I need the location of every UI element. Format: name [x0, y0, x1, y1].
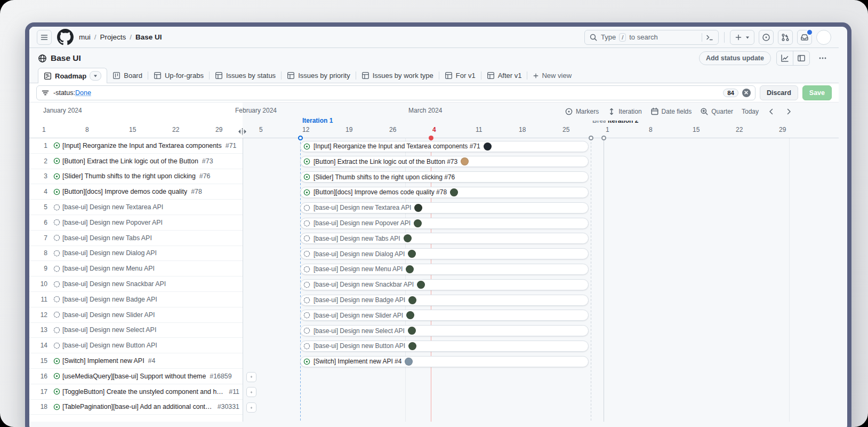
- tab-up-for-grabs[interactable]: Up-for-grabs: [148, 68, 209, 83]
- desktop-background: mui/Projects/Base UI Type / to search: [0, 0, 868, 427]
- tab-board[interactable]: Board: [107, 68, 148, 83]
- gantt-bar[interactable]: [base-ui] Design new Badge API: [300, 295, 589, 306]
- assignee-avatar: [461, 157, 469, 165]
- column-resize-handle[interactable]: [238, 127, 247, 136]
- filter-query-value[interactable]: Done: [75, 89, 91, 97]
- user-avatar[interactable]: [816, 30, 831, 45]
- iteration-marker-dot[interactable]: [298, 136, 303, 140]
- table-row[interactable]: 15[Switch] Implement new API#4: [29, 353, 243, 369]
- control-label: Markers: [576, 108, 599, 115]
- clear-filter-button[interactable]: [742, 89, 751, 97]
- gantt-bar[interactable]: [Button][docs] Improve demos code qualit…: [300, 187, 589, 198]
- today-button[interactable]: Today: [742, 108, 759, 115]
- table-row[interactable]: 2[Button] Extract the Link logic out of …: [29, 154, 243, 169]
- iteration-control[interactable]: Iteration: [607, 107, 641, 116]
- gantt-bar[interactable]: [base-ui] Design new Slider API: [300, 310, 589, 321]
- view-tabs: RoadmapBoardUp-for-grabsIssues by status…: [29, 68, 839, 83]
- tab-after-v1[interactable]: After v1: [481, 68, 527, 83]
- markers-control[interactable]: Markers: [565, 107, 599, 116]
- table-row[interactable]: 17[ToggleButton] Create the unstyled com…: [29, 384, 243, 400]
- create-new-button[interactable]: [730, 30, 754, 45]
- chevleft-icon: [767, 107, 776, 116]
- add-date-button[interactable]: [246, 387, 256, 397]
- zoom-quarter-control[interactable]: Quarter: [700, 107, 733, 116]
- row-issue-number: #30331: [218, 403, 243, 410]
- table-row[interactable]: 18[TablePagination][base-ui] Add an addi…: [29, 400, 243, 415]
- gantt-bar[interactable]: [Input] Reorganize the Input and Textare…: [300, 141, 589, 152]
- pull-requests-button[interactable]: [778, 30, 793, 45]
- month-label: February 2024: [235, 107, 277, 114]
- marker-dot[interactable]: [589, 136, 593, 140]
- scroll-left-button[interactable]: [767, 107, 776, 116]
- assignee-avatar: [404, 234, 412, 242]
- issues-button[interactable]: [759, 30, 774, 45]
- date-tick: 12: [302, 126, 309, 133]
- table-row[interactable]: 6[base-ui] Design new Popover API: [29, 215, 243, 231]
- add-date-button[interactable]: [246, 402, 256, 413]
- marker-dot[interactable]: [601, 136, 606, 140]
- gantt-bar[interactable]: [base-ui] Design new Tabs API: [300, 233, 589, 244]
- open-issue-icon: [51, 358, 62, 365]
- view-options-caret[interactable]: [90, 71, 101, 81]
- table-row[interactable]: 5[base-ui] Design new Textarea API: [29, 200, 243, 215]
- gantt-bar[interactable]: [Button] Extract the Link logic out of t…: [300, 156, 589, 167]
- tab-for-v1[interactable]: For v1: [439, 68, 481, 83]
- add-status-update-button[interactable]: Add status update: [699, 51, 771, 65]
- table-row[interactable]: 4[Button][docs] Improve demos code quali…: [29, 184, 243, 200]
- tab-issues-by-status[interactable]: Issues by status: [210, 68, 281, 83]
- tab-label: Up-for-grabs: [165, 72, 204, 80]
- assignee-avatar: [450, 188, 458, 196]
- table-row[interactable]: 16[useMediaQuery][base-ui] Support witho…: [29, 369, 243, 384]
- table-row[interactable]: 3[Slider] Thumb shifts to the right upon…: [29, 169, 243, 185]
- table-row[interactable]: 12[base-ui] Design new Slider API: [29, 307, 243, 323]
- new-view-button[interactable]: New view: [527, 72, 577, 80]
- table-row[interactable]: 1[Input] Reorganize the Input and Textar…: [29, 138, 243, 154]
- table-row[interactable]: 9[base-ui] Design new Menu API: [29, 261, 243, 276]
- gantt-bar[interactable]: [Slider] Thumb shifts to the right upon …: [300, 171, 589, 183]
- gantt-bar[interactable]: [base-ui] Design new Snackbar API: [300, 279, 589, 290]
- discard-button[interactable]: Discard: [760, 85, 798, 100]
- tab-roadmap[interactable]: Roadmap: [38, 68, 107, 83]
- gantt-bar[interactable]: [base-ui] Design new Dialog API: [300, 248, 589, 259]
- tab-issues-by-work-type[interactable]: Issues by work type: [356, 68, 439, 83]
- table-row[interactable]: 7[base-ui] Design new Tabs API: [29, 231, 243, 246]
- side-panel-button[interactable]: [793, 51, 809, 65]
- scroll-right-button[interactable]: [784, 107, 793, 116]
- breadcrumb-item[interactable]: Projects: [100, 33, 126, 41]
- row-number: 3: [29, 172, 51, 180]
- hamburger-menu-button[interactable]: [37, 30, 52, 45]
- gantt-bar[interactable]: [Switch] Implement new API #4: [300, 356, 589, 367]
- date-fields-control[interactable]: Date fields: [650, 107, 692, 116]
- breadcrumb-item[interactable]: Base UI: [135, 33, 162, 41]
- github-logo-icon[interactable]: [57, 29, 74, 45]
- today-marker-dot[interactable]: [429, 136, 433, 140]
- project-menu-button[interactable]: [815, 51, 830, 66]
- gantt-bar[interactable]: [base-ui] Design new Popover API: [300, 218, 589, 229]
- github-projects-app: mui/Projects/Base UI Type / to search: [29, 27, 839, 422]
- control-label: Date fields: [662, 108, 692, 115]
- gantt-bar[interactable]: [base-ui] Design new Menu API: [300, 264, 589, 275]
- row-issue-number: #73: [202, 157, 216, 165]
- x-icon: [744, 90, 749, 95]
- gantt-bar[interactable]: [base-ui] Design new Button API: [300, 341, 589, 352]
- result-count-badge: 84: [723, 89, 738, 97]
- roadmap-controls: MarkersIterationDate fieldsQuarterToday: [546, 102, 793, 121]
- add-date-button[interactable]: [246, 372, 256, 382]
- save-button[interactable]: Save: [802, 85, 832, 100]
- new-view-label: New view: [542, 72, 572, 80]
- assignee-avatar: [408, 327, 416, 335]
- table-row[interactable]: 10[base-ui] Design new Snackbar API: [29, 276, 243, 292]
- breadcrumb-item[interactable]: mui: [79, 33, 91, 41]
- table-row[interactable]: 14[base-ui] Design new Button API: [29, 338, 243, 353]
- search-input[interactable]: Type / to search: [584, 30, 719, 45]
- row-title: [base-ui] Design new Badge API: [62, 296, 157, 303]
- table-row[interactable]: 8[base-ui] Design new Dialog API: [29, 246, 243, 262]
- command-palette-icon[interactable]: [705, 33, 714, 42]
- gantt-bar[interactable]: [base-ui] Design new Select API: [300, 325, 589, 336]
- gantt-bar[interactable]: [base-ui] Design new Textarea API: [300, 202, 589, 213]
- tab-issues-by-priority[interactable]: Issues by priority: [282, 68, 356, 83]
- table-row[interactable]: 13[base-ui] Design new Select API: [29, 323, 243, 338]
- filter-input[interactable]: -status:Done 84: [36, 85, 756, 100]
- table-row[interactable]: 11[base-ui] Design new Badge API: [29, 292, 243, 307]
- insights-button[interactable]: [777, 51, 793, 65]
